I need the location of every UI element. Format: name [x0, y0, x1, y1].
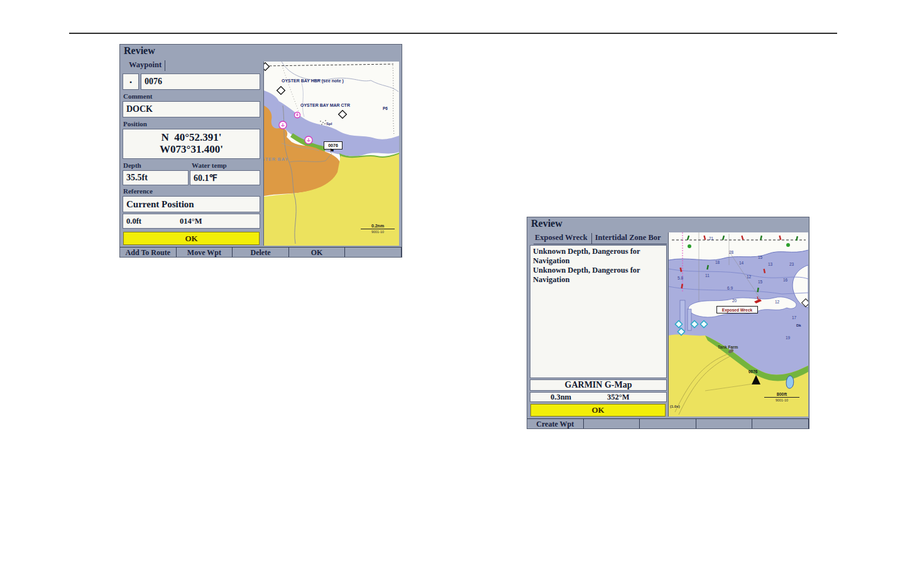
tab-exposed-wreck[interactable]: Exposed Wreck — [534, 233, 592, 244]
source-field: GARMIN G-Map — [530, 379, 667, 391]
pond-shape — [786, 376, 794, 388]
depth-number: 12 — [775, 300, 779, 304]
chart-svg — [669, 232, 808, 416]
map-label-mar-ctr: OYSTER BAY MAR CTR — [300, 103, 350, 107]
softkey-delete[interactable]: Delete — [233, 248, 289, 258]
depth-number: 11 — [705, 273, 710, 278]
depth-number: 5.8 — [677, 276, 683, 280]
scale-line — [764, 397, 799, 398]
ref-distance: 0.0ft — [126, 217, 141, 226]
ref-bearing: 014°M — [180, 217, 202, 226]
page-top-rule — [69, 33, 837, 34]
scale-bar: 0.2nm 9001-10 — [359, 224, 396, 234]
list-item[interactable]: Unknown Depth, Dangerous for Navigation — [533, 266, 664, 285]
waypoint-marker-label[interactable]: 0076 — [749, 369, 757, 374]
reference-offset-field: 0.0ft 014°M — [123, 214, 260, 229]
ok-button[interactable]: OK — [123, 232, 260, 245]
comment-label: Comment — [123, 92, 152, 100]
water-temp-field: 60.1℉ — [190, 170, 260, 185]
softkey-ok[interactable]: OK — [289, 248, 346, 258]
flag-icon: ⚑ — [329, 148, 334, 154]
distance-bearing-field: 0.3nm 352°M — [530, 392, 667, 402]
depth-number: 13 — [768, 262, 772, 266]
tab-waypoint[interactable]: Waypoint — [129, 60, 165, 71]
depth-number: 15 — [758, 280, 762, 284]
depth-number: 16 — [783, 278, 787, 282]
depth-number: 17 — [792, 315, 796, 320]
depth-field: 35.5ft — [123, 170, 189, 185]
softkey-empty — [640, 419, 696, 429]
reference-field[interactable]: Current Position — [123, 196, 260, 212]
depth-number: 21 — [709, 236, 713, 241]
manual-page: Review Waypoint ▪ 0076 Comment DOCK Posi… — [0, 0, 905, 588]
depth-number: 23 — [789, 262, 794, 266]
softkey-bar: Create Wpt — [527, 418, 809, 429]
bearing-value: 352°M — [607, 393, 630, 402]
zoom-note: (1.0x) — [670, 405, 680, 408]
softkey-empty — [752, 419, 809, 429]
softkey-empty — [345, 248, 402, 258]
depth-number: 18 — [715, 260, 720, 264]
tank-farm-label: Tank Farm — [718, 345, 738, 349]
position-lon: W073°31.400' — [160, 144, 223, 156]
position-lat: N 40°52.391' — [161, 132, 221, 144]
hazard-list[interactable]: Unknown Depth, Dangerous for Navigation … — [530, 245, 667, 378]
depth-number: 19 — [786, 335, 790, 340]
position-label: Position — [123, 120, 147, 128]
chart-id: 9001-10 — [359, 230, 396, 234]
list-item[interactable]: Unknown Depth, Dangerous for Navigation — [533, 247, 664, 266]
map-label-dk: Dk — [796, 324, 801, 327]
chart-panel[interactable]: OYSTER BAY HBR (see note ) OYSTER BAY MA… — [263, 62, 399, 246]
scale-line — [361, 229, 395, 229]
softkey-move-wpt[interactable]: Move Wpt — [177, 248, 233, 258]
review-mapitem-screen: Review Exposed Wreck Intertidal Zone Bor… — [527, 217, 809, 429]
ok-button[interactable]: OK — [530, 404, 666, 416]
depth-number: 15 — [758, 255, 762, 259]
page-title: Review — [531, 218, 562, 229]
depth-number: 6.9 — [727, 286, 733, 290]
tab-intertidal-zone[interactable]: Intertidal Zone Bor — [592, 233, 661, 244]
waypoint-symbol-icon: ▪ — [129, 79, 132, 85]
tab-row: Exposed Wreck Intertidal Zone Bor — [534, 233, 667, 244]
scale-bar: 800ft 9001-10 — [763, 392, 801, 402]
depth-label: Depth — [123, 161, 141, 169]
softkey-bar: Add To Route Move Wpt Delete OK — [120, 247, 402, 258]
softkey-create-wpt[interactable]: Create Wpt — [527, 419, 584, 429]
page-title: Review — [124, 45, 155, 57]
map-label-hbr: OYSTER BAY HBR (see note ) — [282, 79, 344, 83]
softkey-empty — [584, 419, 640, 429]
waypoint-symbol-field[interactable]: ▪ — [123, 74, 139, 90]
wreck-label[interactable]: Exposed Wreck — [716, 306, 758, 313]
chart-panel[interactable]: Exposed Wreck Tank Farm 0076 Dk (1.0x) 8… — [668, 232, 808, 416]
water-temp-label: Water temp — [192, 161, 227, 169]
map-label-p6: P6 — [383, 106, 388, 111]
softkey-empty — [696, 419, 753, 429]
waypoint-name-field[interactable]: 0076 — [141, 74, 260, 90]
depth-number: 12 — [747, 275, 751, 279]
depth-number: 20 — [732, 298, 737, 303]
depth-number: 28 — [729, 250, 733, 254]
comment-field[interactable]: DOCK — [123, 101, 260, 117]
reference-label: Reference — [123, 187, 153, 195]
depth-number: 14 — [739, 261, 743, 265]
review-waypoint-screen: Review Waypoint ▪ 0076 Comment DOCK Posi… — [119, 44, 402, 258]
softkey-add-to-route[interactable]: Add To Route — [120, 248, 177, 258]
map-label-oyster-bay: OYSTER BAY — [263, 157, 288, 161]
scale-label: 0.2nm — [359, 224, 396, 228]
chart-id: 9001-10 — [763, 398, 801, 402]
distance-value: 0.3nm — [551, 393, 571, 402]
map-label-spl: Spl — [326, 122, 332, 126]
scale-label: 800ft — [763, 392, 801, 396]
position-field[interactable]: N 40°52.391' W073°31.400' — [123, 129, 260, 159]
